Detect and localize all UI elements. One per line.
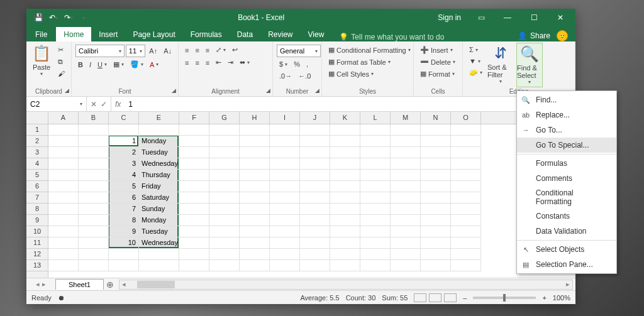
cell[interactable]	[179, 147, 209, 158]
cell[interactable]	[209, 249, 240, 260]
scroll-left-icon[interactable]: ◂	[119, 280, 128, 288]
cell[interactable]	[391, 192, 421, 204]
cell[interactable]	[109, 124, 139, 136]
cell[interactable]	[48, 147, 79, 158]
cell-C5[interactable]: 4	[109, 170, 139, 181]
font-name-combo[interactable]: Calibri▾	[75, 45, 125, 57]
cell[interactable]	[179, 181, 209, 192]
cell[interactable]	[300, 204, 330, 215]
cell[interactable]	[451, 158, 481, 170]
cell[interactable]	[300, 226, 330, 237]
conditional-formatting-button[interactable]: ▦ Conditional Formatting▾	[326, 45, 409, 55]
clear-button[interactable]: 🧽▾	[467, 67, 485, 78]
cell[interactable]	[79, 204, 109, 215]
wrap-text-button[interactable]: ↩	[230, 45, 240, 55]
cell[interactable]	[391, 170, 421, 181]
cell[interactable]	[48, 204, 79, 215]
cell[interactable]	[79, 181, 109, 192]
cell[interactable]	[209, 215, 240, 226]
cell[interactable]	[179, 215, 209, 226]
cell[interactable]	[391, 260, 421, 271]
cell[interactable]	[79, 192, 109, 204]
cell-E7[interactable]: Saturday	[139, 192, 179, 204]
cell[interactable]	[360, 215, 391, 226]
maximize-button[interactable]: ☐	[521, 9, 547, 26]
cell-E4[interactable]: Wednesday	[139, 158, 179, 170]
formula-input[interactable]: 1	[125, 97, 575, 111]
format-as-table-button[interactable]: ▦ Format as Table▾	[326, 57, 409, 67]
autosum-button[interactable]: Σ▾	[467, 45, 485, 55]
cell[interactable]	[330, 237, 360, 249]
row-header-1[interactable]: 1	[26, 124, 48, 136]
cell[interactable]	[139, 260, 179, 271]
menu-replace[interactable]: abReplace...	[517, 107, 616, 123]
cell[interactable]	[179, 124, 209, 136]
cell[interactable]	[270, 215, 300, 226]
row-header-5[interactable]: 5	[26, 170, 48, 181]
col-header-F[interactable]: F	[179, 112, 209, 124]
cell[interactable]	[240, 215, 270, 226]
share-button[interactable]: 👤Share	[518, 31, 550, 40]
cell[interactable]	[240, 136, 270, 147]
cell[interactable]	[79, 226, 109, 237]
cell[interactable]	[240, 158, 270, 170]
row-header-2[interactable]: 2	[26, 136, 48, 147]
cell[interactable]	[391, 237, 421, 249]
clipboard-launcher-icon[interactable]: ◢	[65, 87, 69, 94]
comma-button[interactable]: ,	[304, 59, 311, 69]
minimize-button[interactable]: —	[495, 9, 520, 26]
cell-C6[interactable]: 5	[109, 181, 139, 192]
menu-goto-special[interactable]: Go To Special...	[517, 138, 616, 153]
cell[interactable]	[209, 170, 240, 181]
cell[interactable]	[179, 249, 209, 260]
menu-data-validation[interactable]: Data Validation	[517, 224, 616, 239]
align-right-button[interactable]: ≡	[203, 57, 212, 68]
cell[interactable]	[360, 147, 391, 158]
cell[interactable]	[360, 124, 391, 136]
accounting-button[interactable]: $▾	[277, 59, 290, 69]
cell-C11[interactable]: 10	[109, 237, 139, 249]
cell[interactable]	[421, 136, 451, 147]
add-sheet-button[interactable]: ⊕	[104, 280, 116, 290]
cell-C8[interactable]: 7	[109, 204, 139, 215]
alignment-launcher-icon[interactable]: ◢	[266, 87, 270, 94]
cell[interactable]	[179, 204, 209, 215]
cell[interactable]	[391, 204, 421, 215]
sign-in-button[interactable]: Sign in	[431, 13, 467, 22]
cell[interactable]	[209, 204, 240, 215]
col-header-M[interactable]: M	[391, 112, 421, 124]
cell[interactable]	[360, 170, 391, 181]
font-color-button[interactable]: A▾	[147, 59, 161, 70]
cell[interactable]	[391, 136, 421, 147]
cell[interactable]	[270, 181, 300, 192]
cell[interactable]	[179, 260, 209, 271]
cell[interactable]	[209, 158, 240, 170]
cell[interactable]	[330, 136, 360, 147]
cell[interactable]	[209, 192, 240, 204]
cell-styles-button[interactable]: ▦ Cell Styles▾	[326, 68, 409, 79]
cell[interactable]	[330, 226, 360, 237]
italic-button[interactable]: I	[87, 59, 94, 70]
delete-cells-button[interactable]: ➖ Delete▾	[418, 57, 458, 67]
cell[interactable]	[391, 249, 421, 260]
col-header-O[interactable]: O	[451, 112, 481, 124]
cell[interactable]	[109, 249, 139, 260]
cell[interactable]	[300, 260, 330, 271]
view-normal-button[interactable]	[414, 293, 426, 302]
col-header-L[interactable]: L	[360, 112, 391, 124]
sheet-tab-sheet1[interactable]: Sheet1	[55, 279, 104, 290]
menu-formulas[interactable]: Formulas	[517, 156, 616, 171]
cell[interactable]	[330, 181, 360, 192]
cell[interactable]	[451, 192, 481, 204]
cell[interactable]	[240, 147, 270, 158]
cell[interactable]	[209, 136, 240, 147]
cell[interactable]	[270, 147, 300, 158]
cell[interactable]	[48, 215, 79, 226]
grow-font-button[interactable]: A↑	[147, 45, 160, 57]
redo-icon[interactable]: ↷▾	[62, 11, 75, 24]
cell[interactable]	[109, 260, 139, 271]
row-header-10[interactable]: 10	[26, 226, 48, 237]
cell-E5[interactable]: Thursday	[139, 170, 179, 181]
save-icon[interactable]: 💾	[31, 11, 45, 24]
col-header-B[interactable]: B	[79, 112, 109, 124]
